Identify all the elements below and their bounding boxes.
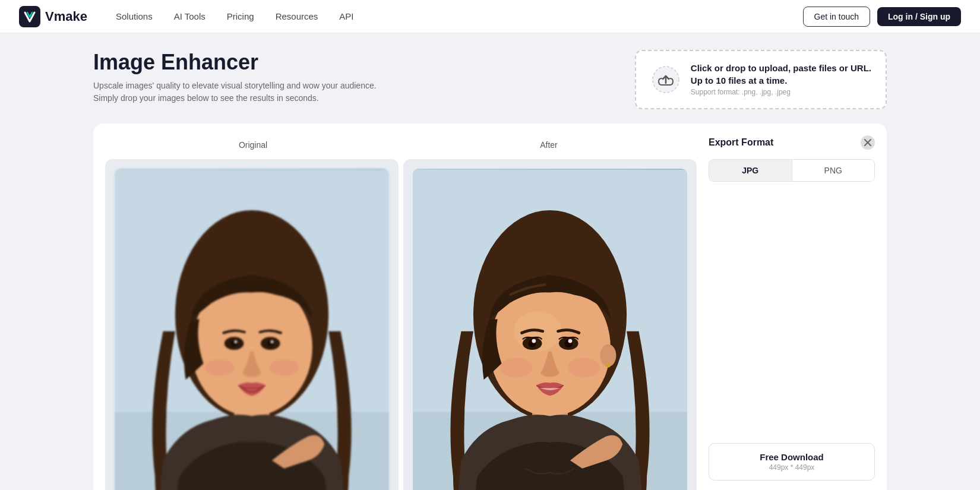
original-portrait [115,169,389,490]
comparison-headers: Original After [105,135,697,154]
free-download-size: 449px * 449px [717,463,866,472]
svg-point-12 [270,340,273,343]
comparison-images [105,159,697,490]
free-download-button[interactable]: Free Download 449px * 449px [709,443,875,480]
svg-point-14 [270,359,299,375]
logo-link[interactable]: Vmake [19,6,87,27]
page-header-text: Image Enhancer Upscale images' quality t… [93,50,377,105]
after-portrait [413,169,687,490]
main-content: Image Enhancer Upscale images' quality t… [74,33,906,490]
svg-point-13 [205,359,234,375]
upload-dropzone[interactable]: Click or drop to upload, paste files or … [635,50,887,109]
svg-point-23 [532,339,536,343]
login-signup-button[interactable]: Log in / Sign up [877,7,961,26]
upload-cloud-icon [652,65,680,94]
svg-point-26 [568,339,573,343]
format-toggle: JPG PNG [709,159,875,182]
navbar-actions: Get in touch Log in / Sign up [803,7,961,27]
nav-api[interactable]: API [339,11,353,21]
svg-point-30 [606,363,611,368]
sidebar-header: Export Format [709,135,875,150]
format-jpg-button[interactable]: JPG [709,160,792,181]
get-in-touch-button[interactable]: Get in touch [803,7,871,27]
close-icon [864,139,871,146]
export-format-title: Export Format [709,137,773,148]
nav-ai-tools[interactable]: AI Tools [174,11,206,21]
sidebar-spacer [709,191,875,434]
upload-icon-wrap [650,64,681,95]
original-label: Original [105,135,401,154]
close-sidebar-button[interactable] [861,135,875,150]
svg-point-27 [500,358,532,378]
nav-resources[interactable]: Resources [276,11,318,21]
upload-main-text: Click or drop to upload, paste files or … [691,63,871,73]
upload-sub-text: Up to 10 files at a time. [691,75,871,86]
after-image-panel [403,159,697,490]
page-title: Image Enhancer [93,50,377,75]
upload-text-block: Click or drop to upload, paste files or … [691,63,871,96]
original-image-panel [105,159,399,490]
navbar: Vmake Solutions AI Tools Pricing Resourc… [0,0,980,33]
workspace: Original After [93,124,887,490]
free-download-label: Free Download [717,452,866,462]
format-png-button[interactable]: PNG [792,160,875,181]
after-label: After [401,135,697,154]
nav-solutions[interactable]: Solutions [116,11,153,21]
nav-links: Solutions AI Tools Pricing Resources API [116,11,803,21]
vmake-logo-icon [19,6,40,27]
page-subtitle: Upscale images' quality to elevate visua… [93,80,377,105]
sidebar: Export Format JPG PNG Free Download 449p… [709,135,875,490]
header-section: Image Enhancer Upscale images' quality t… [93,50,887,109]
svg-point-28 [568,358,600,378]
logo-text: Vmake [45,9,87,24]
nav-pricing[interactable]: Pricing [227,11,254,21]
original-portrait-svg [115,169,389,490]
svg-point-9 [234,340,237,343]
after-portrait-svg [413,169,687,490]
image-comparison-panel: Original After [105,135,697,490]
upload-format-text: Support format: .png, .jpg, .jpeg [691,88,871,96]
